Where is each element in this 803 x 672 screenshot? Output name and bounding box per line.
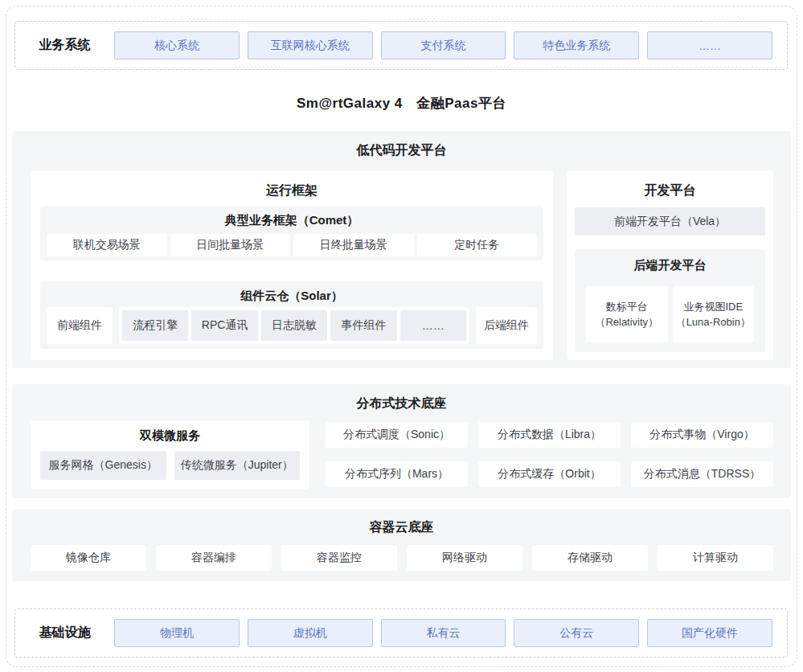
distributed-service-box: 分布式消息（TDRSS） bbox=[631, 461, 773, 487]
dev-platform-panel: 开发平台 前端开发平台（Vela） 后端开发平台 数标平台 （Relativit… bbox=[567, 170, 773, 360]
dual-microservice-item: 传统微服务（Jupiter） bbox=[174, 451, 301, 480]
container-item: 网络驱动 bbox=[407, 545, 522, 571]
backend-dev-item: 数标平台 （Relativity） bbox=[586, 286, 668, 342]
dual-microservice-item: 服务网格（Genesis） bbox=[40, 451, 166, 480]
runtime-framework-title: 运行框架 bbox=[31, 170, 553, 199]
infrastructure-box: 公有云 bbox=[514, 619, 639, 647]
comet-panel: 典型业务框架（Comet） 联机交易场景 日间批量场景 日终批量场景 定时任务 bbox=[40, 206, 543, 260]
dev-platform-title: 开发平台 bbox=[567, 170, 773, 199]
solar-back-item: 后端组件 bbox=[476, 307, 537, 344]
backend-dev-items-row: 数标平台 （Relativity） 业务视图IDE （Luna-Robin） bbox=[586, 286, 754, 342]
backend-dev-title: 后端开发平台 bbox=[575, 249, 765, 273]
solar-middle-item: 事件组件 bbox=[330, 310, 396, 341]
infrastructure-box: 虚拟机 bbox=[248, 619, 373, 647]
solar-panel: 组件云仓（Solar） 前端组件 流程引擎 RPC通讯 日志脱敏 事件组件 ……… bbox=[40, 281, 543, 349]
backend-dev-item-line1: 数标平台 bbox=[606, 299, 648, 315]
dual-microservice-title: 双模微服务 bbox=[31, 420, 309, 444]
comet-items-row: 联机交易场景 日间批量场景 日终批量场景 定时任务 bbox=[47, 234, 537, 256]
backend-dev-item-line2: （Relativity） bbox=[595, 314, 658, 330]
dual-microservice-panel: 双模微服务 服务网格（Genesis） 传统微服务（Jupiter） bbox=[31, 420, 309, 490]
architecture-diagram: 业务系统 核心系统 互联网核心系统 支付系统 特色业务系统 …… Sm@rtGa… bbox=[0, 0, 803, 672]
comet-item: 定时任务 bbox=[417, 234, 538, 256]
container-items-row: 镜像仓库 容器编排 容器监控 网络驱动 存储驱动 计算驱动 bbox=[31, 545, 773, 571]
business-systems-strip: 核心系统 互联网核心系统 支付系统 特色业务系统 …… bbox=[114, 31, 772, 59]
container-item: 存储驱动 bbox=[532, 545, 648, 571]
solar-front-item: 前端组件 bbox=[47, 307, 113, 344]
container-item: 容器监控 bbox=[281, 545, 397, 571]
business-systems-row: 业务系统 核心系统 互联网核心系统 支付系统 特色业务系统 …… bbox=[14, 21, 788, 70]
distributed-services-grid: 分布式调度（Sonic） 分布式数据（Libra） 分布式事物（Virgo） 分… bbox=[326, 422, 773, 487]
backend-dev-panel: 后端开发平台 数标平台 （Relativity） 业务视图IDE （Luna-R… bbox=[575, 249, 765, 352]
business-system-box: 支付系统 bbox=[381, 31, 506, 59]
business-system-box: 特色业务系统 bbox=[514, 31, 639, 59]
container-item: 计算驱动 bbox=[658, 545, 773, 571]
runtime-framework-panel: 运行框架 典型业务框架（Comet） 联机交易场景 日间批量场景 日终批量场景 … bbox=[31, 170, 553, 360]
container-item: 镜像仓库 bbox=[31, 545, 146, 571]
comet-item: 日终批量场景 bbox=[293, 234, 414, 256]
solar-title: 组件云仓（Solar） bbox=[40, 281, 543, 304]
distributed-service-box: 分布式调度（Sonic） bbox=[326, 422, 468, 448]
lowcode-platform-title: 低代码开发平台 bbox=[12, 131, 791, 159]
solar-middle-item: …… bbox=[400, 310, 466, 341]
infrastructure-label: 基础设施 bbox=[15, 625, 114, 641]
comet-title: 典型业务框架（Comet） bbox=[40, 206, 543, 228]
container-base-panel: 容器云底座 镜像仓库 容器编排 容器监控 网络驱动 存储驱动 计算驱动 bbox=[12, 509, 791, 581]
backend-dev-item-line1: 业务视图IDE bbox=[683, 299, 743, 315]
distributed-service-box: 分布式事物（Virgo） bbox=[631, 422, 773, 448]
business-system-box: …… bbox=[647, 31, 772, 59]
infrastructure-box: 物理机 bbox=[114, 619, 240, 647]
distributed-service-box: 分布式缓存（Orbit） bbox=[478, 461, 621, 487]
distributed-base-title: 分布式技术底座 bbox=[12, 384, 791, 412]
comet-item: 联机交易场景 bbox=[47, 234, 167, 256]
backend-dev-item: 业务视图IDE （Luna-Robin） bbox=[673, 286, 755, 342]
solar-items-row: 前端组件 流程引擎 RPC通讯 日志脱敏 事件组件 …… 后端组件 bbox=[47, 307, 537, 344]
infrastructure-strip: 物理机 虚拟机 私有云 公有云 国产化硬件 bbox=[114, 619, 772, 647]
lowcode-platform-panel: 低代码开发平台 运行框架 典型业务框架（Comet） 联机交易场景 日间批量场景… bbox=[12, 131, 791, 368]
comet-item: 日间批量场景 bbox=[170, 234, 291, 256]
dual-microservice-row: 服务网格（Genesis） 传统微服务（Jupiter） bbox=[40, 451, 300, 480]
vela-box: 前端开发平台（Vela） bbox=[575, 207, 765, 236]
infrastructure-row: 基础设施 物理机 虚拟机 私有云 公有云 国产化硬件 bbox=[14, 608, 788, 658]
infrastructure-box: 私有云 bbox=[381, 619, 506, 647]
distributed-service-box: 分布式数据（Libra） bbox=[478, 422, 621, 448]
distributed-service-box: 分布式序列（Mars） bbox=[326, 461, 468, 487]
business-system-box: 核心系统 bbox=[114, 31, 240, 59]
platform-title: Sm@rtGalaxy 4 金融Paas平台 bbox=[0, 94, 803, 113]
infrastructure-box: 国产化硬件 bbox=[647, 619, 772, 647]
solar-middle-item: 日志脱敏 bbox=[261, 310, 327, 341]
backend-dev-item-line2: （Luna-Robin） bbox=[676, 314, 751, 330]
business-systems-label: 业务系统 bbox=[15, 37, 114, 54]
solar-middle-item: RPC通讯 bbox=[191, 310, 257, 341]
container-base-title: 容器云底座 bbox=[12, 509, 791, 536]
business-system-box: 互联网核心系统 bbox=[248, 31, 373, 59]
distributed-base-panel: 分布式技术底座 双模微服务 服务网格（Genesis） 传统微服务（Jupite… bbox=[12, 384, 791, 498]
container-item: 容器编排 bbox=[156, 545, 272, 571]
solar-middle-item: 流程引擎 bbox=[122, 310, 188, 341]
solar-middle-group: 流程引擎 RPC通讯 日志脱敏 事件组件 …… bbox=[119, 307, 469, 344]
